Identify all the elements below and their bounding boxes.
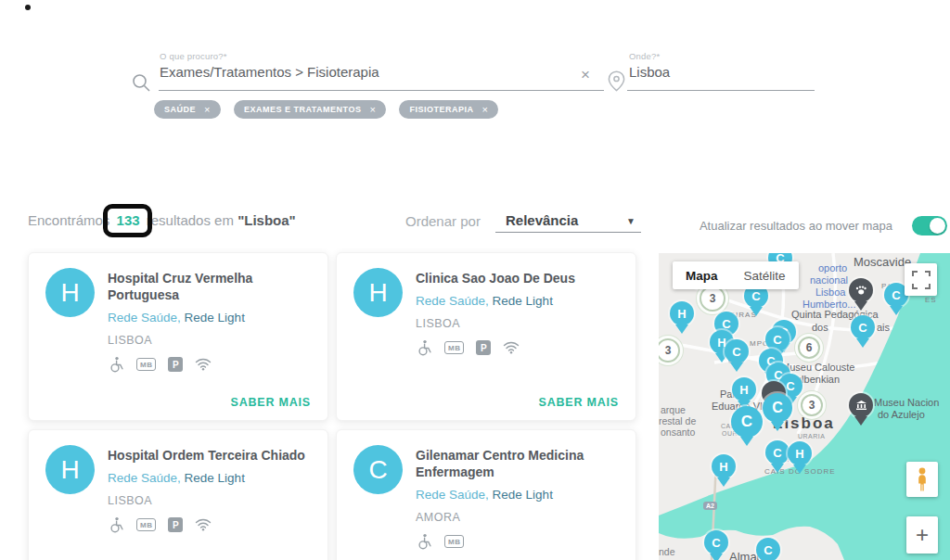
search-what-underline [159, 90, 604, 91]
search-where-label: Onde?* [629, 51, 660, 61]
paw-poi-marker[interactable] [849, 278, 873, 302]
map-label: Museu Nacion [874, 397, 939, 408]
map-label: ulbenkian [796, 374, 840, 385]
multibanco-icon: MB [444, 535, 464, 548]
map-cluster-marker[interactable]: 6 [798, 337, 820, 359]
network-link-primary[interactable]: Rede Saúde, [108, 471, 181, 485]
network-link-primary[interactable]: Rede Saúde, [416, 488, 489, 502]
result-title[interactable]: Gilenamar Centro Medicina Enfermagem [416, 445, 619, 480]
avatar: H [45, 445, 95, 494]
result-city: LISBOA [108, 494, 311, 507]
map-type-map-button[interactable]: Mapa [673, 261, 731, 289]
marker-letter: C [722, 317, 730, 331]
map-cluster-marker[interactable]: 3 [700, 286, 725, 312]
result-card[interactable]: H Clinica Sao Joao De Deus Rede Saúde, R… [336, 252, 636, 421]
network-link-secondary[interactable]: Rede Light [493, 294, 553, 308]
result-card[interactable]: H Hospital Cruz Vermelha Portuguesa Rede… [28, 252, 328, 421]
marker-letter: H [739, 383, 748, 397]
results-location: "Lisboa" [238, 212, 296, 228]
search-what-input[interactable]: Exames/Tratamentos > Fisioterapia [160, 64, 379, 80]
map-type-satellite-button[interactable]: Satélite [731, 261, 799, 289]
multibanco-icon: MB [136, 358, 156, 371]
marker-letter: C [741, 413, 752, 431]
remove-tag-icon[interactable]: × [481, 104, 488, 115]
remove-tag-icon[interactable]: × [204, 104, 211, 115]
network-link-secondary[interactable]: Rede Light [185, 311, 245, 325]
search-where-underline [627, 90, 815, 91]
network-link-primary[interactable]: Rede Saúde, [108, 311, 181, 325]
map-panel[interactable]: Mapa Satélite + MoscavideoportonacionalL… [659, 253, 950, 560]
fullscreen-button[interactable] [905, 263, 937, 296]
result-card[interactable]: C Gilenamar Centro Medicina Enfermagem R… [336, 429, 636, 560]
toggle-knob [930, 218, 945, 234]
museum-poi-marker[interactable] [849, 393, 873, 417]
sort-select[interactable]: Relevância [506, 212, 578, 228]
map-result-marker[interactable]: C [756, 538, 780, 560]
paw-icon [855, 286, 867, 296]
networks-line: Rede Saúde, Rede Light [416, 488, 619, 502]
results-grid: H Hospital Cruz Vermelha Portuguesa Rede… [28, 252, 636, 560]
network-link-primary[interactable]: Rede Saúde, [416, 294, 489, 308]
street-view-pegman-button[interactable] [906, 462, 938, 497]
marker-letter: C [751, 289, 760, 303]
map-result-marker[interactable]: C [851, 315, 875, 339]
found-prefix: Encontrámos [28, 212, 109, 228]
map-result-marker[interactable]: C [725, 339, 749, 363]
filter-tag[interactable]: SAÚDE× [154, 100, 221, 119]
card-body: H Hospital Ordem Terceira Chiado Rede Sa… [29, 430, 327, 533]
search-what-label: O que procuro?* [160, 51, 227, 61]
result-title[interactable]: Clinica Sao Joao De Deus [416, 268, 619, 286]
remove-tag-icon[interactable]: × [369, 104, 376, 115]
map-result-marker[interactable]: H [732, 377, 756, 401]
card-info: Hospital Cruz Vermelha Portuguesa Rede S… [108, 268, 311, 373]
result-card[interactable]: H Hospital Ordem Terceira Chiado Rede Sa… [28, 429, 328, 560]
map-result-marker[interactable]: H [712, 454, 736, 478]
map-result-marker[interactable]: C [763, 393, 792, 423]
filter-tag[interactable]: FISIOTERAPIA× [399, 100, 498, 119]
stray-mark [25, 5, 31, 10]
search-where-input[interactable]: Lisboa [629, 64, 670, 80]
result-title[interactable]: Hospital Ordem Terceira Chiado [108, 445, 311, 464]
map-result-marker[interactable]: H [670, 301, 694, 325]
location-pin-icon [608, 70, 625, 95]
chevron-down-icon[interactable]: ▼ [626, 216, 635, 226]
card-info: Clinica Sao Joao De Deus Rede Saúde, Red… [416, 268, 619, 356]
marker-letter: C [892, 288, 900, 302]
saber-mais-link[interactable]: SABER MAIS [539, 396, 619, 409]
map-label: Moscavide [854, 255, 911, 269]
marker-letter: C [772, 400, 783, 416]
map-result-marker[interactable]: H [788, 441, 812, 465]
avatar-letter: H [368, 278, 387, 308]
network-link-secondary[interactable]: Rede Light [185, 471, 245, 485]
marker-letter: C [712, 536, 720, 550]
map-label: ES [925, 296, 937, 304]
avatar-letter: H [60, 455, 79, 485]
filter-tag[interactable]: EXAMES E TRATAMENTOS× [234, 100, 386, 119]
map-label: URARIA [798, 433, 825, 439]
map-type-control: Mapa Satélite [673, 261, 799, 289]
map-label: do Azulejo [878, 409, 925, 420]
map-result-marker[interactable]: C [731, 406, 763, 438]
map-refresh-toggle[interactable] [912, 216, 947, 235]
avatar: C [353, 445, 403, 494]
zoom-in-button[interactable]: + [906, 516, 938, 554]
map-result-marker[interactable]: C [765, 440, 790, 465]
wifi-icon [195, 358, 212, 371]
filter-tag-label: EXAMES E TRATAMENTOS [244, 105, 362, 114]
pegman-icon [916, 467, 929, 492]
amenities-row: MBP [108, 516, 311, 533]
map-label: Lisboa [815, 286, 845, 298]
multibanco-icon: MB [136, 518, 156, 531]
sort-underline [495, 232, 641, 233]
network-link-secondary[interactable]: Rede Light [493, 488, 553, 502]
map-result-marker[interactable]: C [704, 530, 728, 554]
map-label: dos [812, 322, 828, 333]
clear-search-icon[interactable]: × [581, 66, 590, 84]
saber-mais-link[interactable]: SABER MAIS [231, 396, 311, 409]
wifi-icon [195, 518, 212, 531]
results-count-annotated: 133 [117, 212, 140, 228]
map-label: restal de [659, 415, 696, 426]
card-body: H Clinica Sao Joao De Deus Rede Saúde, R… [337, 253, 635, 356]
result-title[interactable]: Hospital Cruz Vermelha Portuguesa [108, 268, 311, 303]
map-cluster-marker[interactable]: 3 [801, 394, 823, 416]
